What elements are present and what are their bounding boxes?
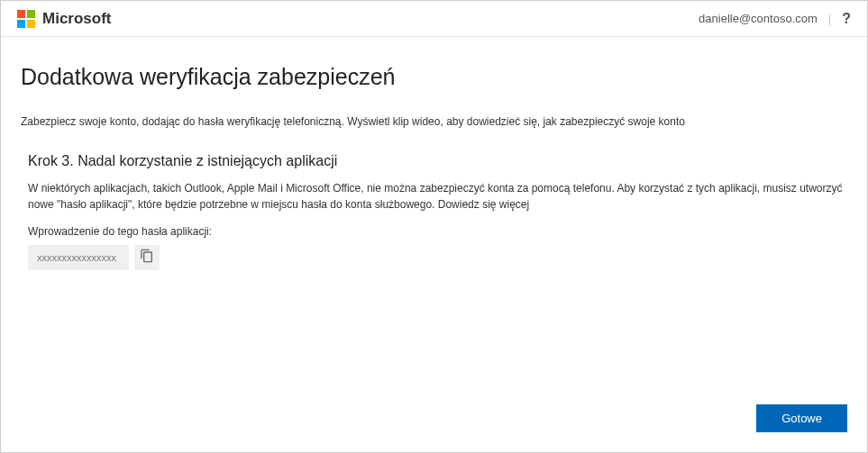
main-content: Dodatkowa weryfikacja zabezpieczeń Zabez… bbox=[1, 37, 867, 270]
done-button[interactable]: Gotowe bbox=[756, 404, 847, 432]
svg-rect-0 bbox=[17, 10, 25, 18]
step-section: Krok 3. Nadal korzystanie z istniejących… bbox=[21, 153, 847, 270]
user-email: danielle@contoso.com bbox=[699, 12, 818, 25]
app-password-display: xxxxxxxxxxxxxxxx bbox=[28, 245, 129, 270]
help-icon[interactable]: ? bbox=[842, 11, 851, 27]
header-divider: | bbox=[828, 12, 831, 25]
step-body: W niektórych aplikacjach, takich Outlook… bbox=[28, 180, 847, 213]
app-password-row: xxxxxxxxxxxxxxxx bbox=[28, 245, 847, 270]
microsoft-logo-icon bbox=[17, 10, 35, 28]
copy-icon bbox=[140, 249, 154, 267]
page-title: Dodatkowa weryfikacja zabezpieczeń bbox=[21, 64, 847, 90]
footer-actions: Gotowe bbox=[756, 404, 847, 432]
svg-rect-2 bbox=[17, 20, 25, 28]
header-bar: Microsoft danielle@contoso.com | ? bbox=[1, 1, 867, 37]
copy-password-button[interactable] bbox=[134, 245, 160, 270]
svg-rect-1 bbox=[27, 10, 35, 18]
step-heading: Krok 3. Nadal korzystanie z istniejących… bbox=[28, 153, 847, 169]
header-right: danielle@contoso.com | ? bbox=[699, 11, 851, 27]
svg-rect-3 bbox=[27, 20, 35, 28]
app-password-label: Wprowadzenie do tego hasła aplikacji: bbox=[28, 225, 847, 238]
header-left: Microsoft bbox=[17, 10, 112, 28]
brand-label: Microsoft bbox=[42, 10, 112, 28]
intro-text: Zabezpiecz swoje konto, dodając do hasła… bbox=[21, 115, 847, 128]
